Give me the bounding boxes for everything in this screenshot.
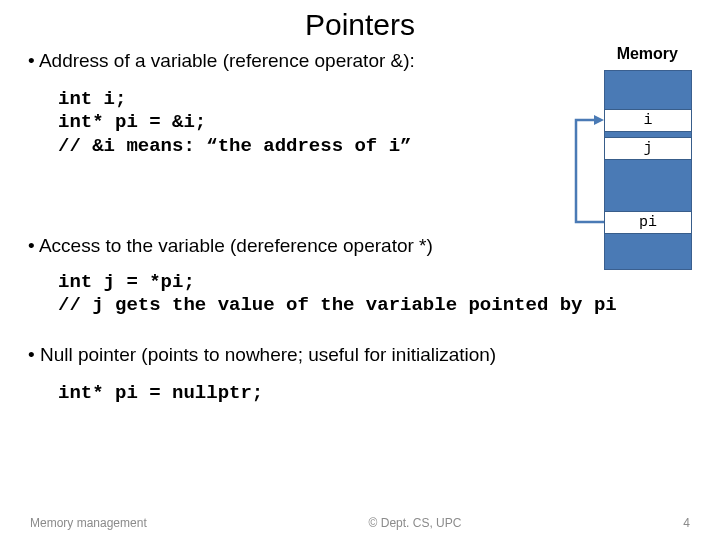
bullet-dereference: Access to the variable (dereference oper… <box>28 233 692 259</box>
memory-heading: Memory <box>617 45 678 63</box>
footer: Memory management © Dept. CS, UPC 4 <box>0 516 720 530</box>
memory-diagram: i j pi <box>604 70 692 270</box>
code-block-2: int j = *pi; // j gets the value of the … <box>58 271 692 319</box>
slide: Pointers Memory i j pi Address of a vari… <box>0 0 720 540</box>
footer-right: 4 <box>683 516 690 530</box>
bullet-nullptr: Null pointer (points to nowhere; useful … <box>28 342 692 368</box>
code-block-3: int* pi = nullptr; <box>58 382 692 406</box>
svg-marker-0 <box>594 115 604 125</box>
footer-center: © Dept. CS, UPC <box>369 516 462 530</box>
code-line: int j = *pi; <box>58 271 195 293</box>
code-line: int* pi = nullptr; <box>58 382 263 404</box>
code-line: int i; <box>58 88 126 110</box>
code-line: // j gets the value of the variable poin… <box>58 294 617 316</box>
footer-left: Memory management <box>30 516 147 530</box>
memory-cell-j: j <box>604 137 692 160</box>
code-line: // &i means: “the address of i” <box>58 135 411 157</box>
memory-cell-pi: pi <box>604 211 692 234</box>
bullet-address: Address of a variable (reference operato… <box>28 48 453 74</box>
memory-cell-i: i <box>604 109 692 132</box>
pointer-arrow <box>568 70 608 200</box>
code-line: int* pi = &i; <box>58 111 206 133</box>
slide-title: Pointers <box>28 8 692 42</box>
